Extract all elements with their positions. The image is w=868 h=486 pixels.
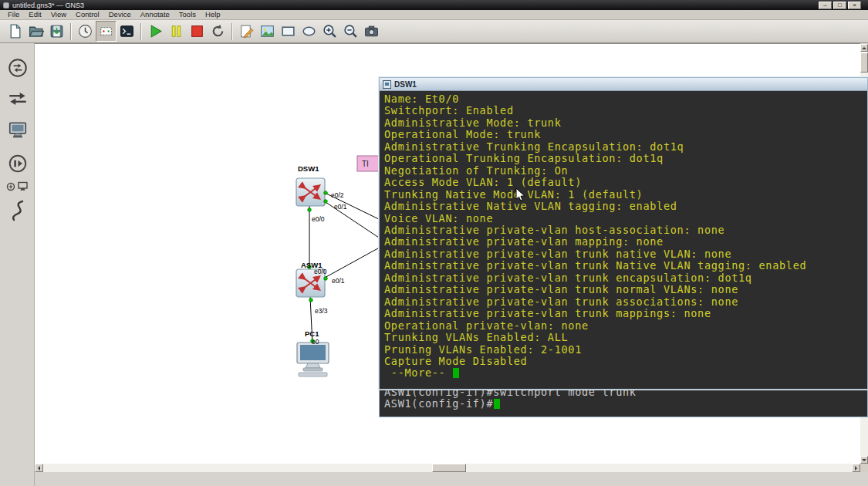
scroll-left-button[interactable]: [35, 464, 43, 472]
show-interface-labels-icon[interactable]: [96, 21, 117, 42]
horizontal-scrollbar[interactable]: [35, 464, 860, 472]
end-devices-icon[interactable]: [5, 117, 30, 142]
gns3-window: untitled.gns3* — GNS3 – □ × File Edit Vi…: [0, 0, 868, 486]
scrollbar-corner: [860, 464, 868, 472]
all-devices-icon[interactable]: [5, 179, 30, 194]
terminal-cursor: [494, 399, 500, 409]
terminal-line: Administrative Trunking Encapsulation: d…: [384, 141, 867, 153]
scroll-down-button[interactable]: [860, 456, 868, 464]
terminal-line: Negotiation of Trunking: On: [384, 165, 867, 177]
terminal-line: Switchport: Enabled: [384, 105, 867, 116]
terminal-line: Trunking VLANs Enabled: ALL: [384, 332, 867, 343]
scroll-up-button[interactable]: [860, 44, 868, 52]
zoom-out-icon[interactable]: [340, 21, 361, 42]
horizontal-scroll-thumb[interactable]: [432, 464, 466, 472]
terminal-line: Pruning VLANs Enabled: 2-1001: [384, 344, 867, 356]
titlebar: untitled.gns3* — GNS3 – □ ×: [0, 0, 868, 10]
insert-picture-icon[interactable]: [257, 21, 278, 42]
menu-edit[interactable]: Edit: [24, 10, 46, 19]
menu-help[interactable]: Help: [201, 10, 225, 19]
terminal-prompt: ASW1(config-if)#: [384, 397, 493, 410]
security-devices-icon[interactable]: [5, 151, 30, 176]
menu-tools[interactable]: Tools: [174, 10, 201, 19]
terminal-line: Administrative private-vlan trunk mappin…: [384, 308, 867, 319]
toolbar-separator: [70, 23, 72, 40]
terminal-dsw1-titlebar[interactable]: DSW1: [380, 78, 867, 91]
terminal-line: Access Mode VLAN: 1 (default): [384, 177, 867, 188]
terminal-line: Administrative Mode: trunk: [384, 117, 867, 129]
terminal-line: Administrative Native VLAN tagging: enab…: [384, 201, 867, 212]
toolbar-separator: [140, 23, 142, 40]
menu-view[interactable]: View: [46, 10, 71, 19]
zoom-in-icon[interactable]: [319, 21, 340, 42]
draw-ellipse-icon[interactable]: [299, 21, 319, 42]
terminal-line: Capture Mode Disabled: [384, 356, 867, 367]
reload-icon[interactable]: [208, 21, 228, 42]
terminal-line: Administrative private-vlan mapping: non…: [384, 236, 867, 248]
menu-annotate[interactable]: Annotate: [136, 10, 174, 19]
draw-rectangle-icon[interactable]: [278, 21, 299, 42]
scroll-right-button[interactable]: [852, 464, 860, 472]
terminal-line: Administrative private-vlan host-associa…: [384, 224, 867, 236]
close-button[interactable]: ×: [848, 2, 861, 9]
terminal-line: Administrative private-vlan trunk normal…: [384, 284, 867, 295]
terminal-line: Administrative private-vlan trunk associ…: [384, 296, 867, 308]
routers-icon[interactable]: [5, 56, 30, 80]
maximize-button[interactable]: □: [833, 2, 846, 9]
terminal-dsw1-title: DSW1: [394, 80, 417, 89]
console-connect-icon[interactable]: [117, 21, 137, 42]
menu-control[interactable]: Control: [71, 10, 104, 19]
save-project-icon[interactable]: [46, 21, 67, 42]
menu-device[interactable]: Device: [104, 10, 136, 19]
vertical-scroll-thumb[interactable]: [860, 52, 868, 73]
new-project-icon[interactable]: [5, 21, 25, 42]
terminal-line: Administrative private-vlan trunk encaps…: [384, 272, 867, 284]
terminal-line: Administrative private-vlan trunk Native…: [384, 260, 867, 272]
terminal-line: Administrative private-vlan trunk native…: [384, 248, 867, 260]
putty-icon: [383, 80, 391, 89]
gns3-app-icon: [3, 2, 9, 8]
menu-file[interactable]: File: [3, 10, 24, 19]
add-note-icon[interactable]: [236, 21, 257, 42]
terminal-line: Operational private-vlan: none: [384, 320, 867, 332]
window-controls: – □ ×: [819, 2, 861, 9]
start-icon[interactable]: [145, 21, 166, 42]
device-panel: [0, 43, 35, 486]
stop-icon[interactable]: [187, 21, 208, 42]
suspend-icon[interactable]: [166, 21, 187, 42]
switches-icon[interactable]: [5, 86, 30, 111]
terminal-line: Trunking Native Mode VLAN: 1 (default): [384, 189, 867, 201]
terminal-window-dsw1[interactable]: DSW1 Name: Et0/0 Switchport: Enabled Adm…: [379, 77, 868, 390]
open-project-icon[interactable]: [25, 21, 46, 42]
menubar: File Edit View Control Device Annotate T…: [0, 10, 868, 20]
toolbar-separator: [231, 23, 233, 40]
terminal-line: Voice VLAN: none: [384, 213, 867, 224]
snapshot-icon[interactable]: [75, 21, 96, 42]
add-link-icon[interactable]: [5, 197, 30, 224]
terminal-line: Operational Mode: trunk: [384, 129, 867, 140]
window-title: untitled.gns3* — GNS3: [12, 2, 819, 9]
minimize-button[interactable]: –: [819, 2, 832, 9]
screenshot-icon[interactable]: [361, 21, 382, 42]
terminal-dsw1-body[interactable]: Name: Et0/0 Switchport: Enabled Administ…: [380, 91, 867, 380]
terminal-more-line: --More--: [384, 367, 867, 379]
toolbar: [0, 20, 868, 43]
terminal-line: Name: Et0/0: [384, 93, 867, 105]
terminal-prompt-line: ASW1(config-if)#: [384, 398, 867, 410]
terminal-line: Operational Trunking Encapsulation: dot1…: [384, 153, 867, 164]
terminal-cursor: [453, 368, 459, 378]
more-prompt: --More--: [384, 366, 452, 379]
